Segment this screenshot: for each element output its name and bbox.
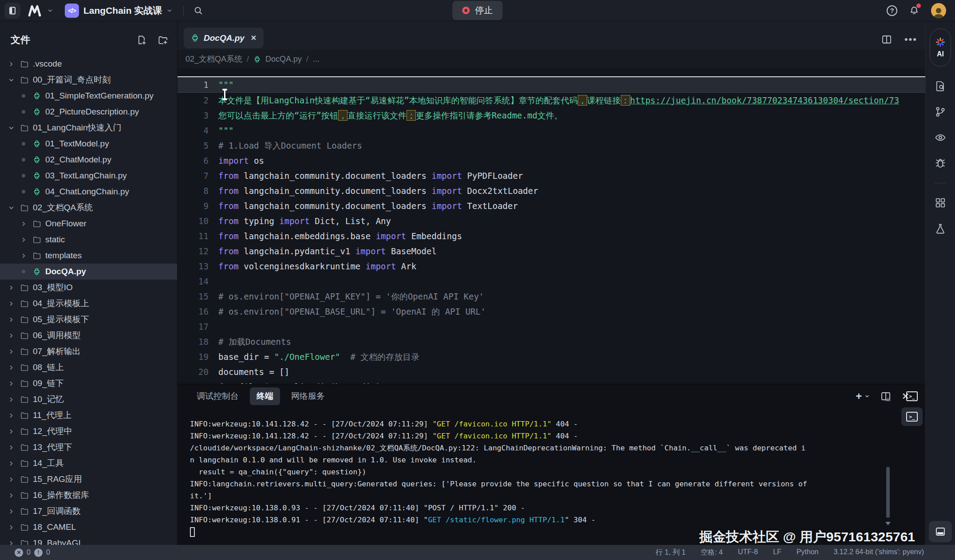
tree-item[interactable]: 17_回调函数	[0, 503, 177, 519]
code-line[interactable]: 13from volcenginesdkarkruntime import Ar…	[178, 259, 925, 274]
tree-item[interactable]: OneFlower	[0, 216, 177, 232]
warnings-icon[interactable]: !	[34, 548, 43, 557]
errors-icon[interactable]: ✕	[15, 548, 23, 557]
source-control-button[interactable]	[934, 106, 947, 118]
code-line[interactable]: 18# 加载Documents	[178, 334, 925, 349]
new-file-button[interactable]	[136, 35, 147, 45]
breadcrumb-more[interactable]: ...	[313, 55, 320, 64]
terminal-instance-button[interactable]: >_	[901, 387, 923, 406]
tree-item[interactable]: 06_调用模型	[0, 327, 177, 343]
status-segment[interactable]: UTF-8	[738, 548, 758, 557]
tree-item[interactable]: 04_提示模板上	[0, 296, 177, 312]
tree-item[interactable]: 01_LangChain快速入门	[0, 120, 177, 136]
status-segment[interactable]: 空格: 4	[701, 548, 723, 557]
warnings-count[interactable]: 0	[46, 548, 50, 556]
preview-button[interactable]	[934, 131, 947, 144]
status-segment[interactable]: LF	[773, 548, 781, 557]
tree-item[interactable]: templates	[0, 248, 177, 264]
status-segment[interactable]: Python	[797, 548, 819, 557]
tree-item[interactable]: 03_TextLangChain.py	[0, 168, 177, 184]
stop-button[interactable]: 停止	[453, 1, 503, 20]
terminal-output[interactable]: INFO:werkzeug:10.141.128.42 - - [27/Oct/…	[178, 408, 925, 538]
tree-item[interactable]: 11_代理上	[0, 407, 177, 423]
scroll-up-arrow[interactable]	[885, 398, 891, 401]
new-folder-button[interactable]	[158, 35, 168, 45]
tree-item[interactable]: 15_RAG应用	[0, 471, 177, 487]
code-editor[interactable]: 1"""2本文件是【用LangChain快速构建基于“易速鲜花”本地知识库的智能…	[178, 68, 925, 384]
tree-item[interactable]: 13_代理下	[0, 439, 177, 455]
code-line[interactable]: 2本文件是【用LangChain快速构建基于“易速鲜花”本地知识库的智能问答系统…	[178, 93, 925, 108]
tree-item[interactable]: .vscode	[0, 56, 177, 72]
code-line[interactable]: 10from typing import Dict, List, Any	[178, 213, 925, 229]
sidebar-toggle-button[interactable]	[4, 3, 20, 19]
tab-docqa[interactable]: DocQA.py ✕	[184, 28, 264, 48]
avatar[interactable]	[931, 3, 946, 18]
tree-item[interactable]: 02_PictureDescription.py	[0, 104, 177, 120]
code-line[interactable]: 15# os.environ["OPENAI_API_KEY"] = '你的Op…	[178, 289, 925, 304]
close-icon[interactable]: ✕	[251, 34, 257, 42]
breadcrumb-folder[interactable]: 02_文档QA系统	[185, 54, 242, 64]
chevron-down-icon[interactable]	[47, 8, 53, 14]
tree-item[interactable]: 07_解析输出	[0, 343, 177, 359]
experiments-button[interactable]	[934, 222, 947, 235]
scrollbar-thumb[interactable]	[886, 467, 890, 518]
help-icon[interactable]: ?	[887, 5, 897, 16]
status-segment[interactable]: 3.12.2 64-bit ('shims': pyenv)	[833, 548, 924, 557]
tree-item[interactable]: 09_链下	[0, 375, 177, 391]
code-line[interactable]: 5# 1.Load 导入Document Loaders	[178, 138, 925, 153]
scroll-down-arrow[interactable]	[885, 522, 891, 525]
status-segment[interactable]: 行 1, 列 1	[655, 548, 686, 557]
breadcrumb[interactable]: 02_文档QA系统 / DocQA.py / ...	[178, 50, 925, 68]
breadcrumb-file[interactable]: DocQA.py	[265, 55, 302, 64]
project-switcher[interactable]: </> LangChain 实战课	[65, 4, 173, 18]
errors-count[interactable]: 0	[27, 548, 31, 556]
tree-item[interactable]: 02_ChatModel.py	[0, 152, 177, 168]
tree-item[interactable]: 01_SimpleTextGeneration.py	[0, 88, 177, 104]
code-line[interactable]: 19base_dir = "./OneFlower" # 文档的存放目录	[178, 349, 925, 364]
tree-item[interactable]: DocQA.py	[0, 264, 177, 280]
tree-item[interactable]: 08_链上	[0, 359, 177, 375]
search-button[interactable]	[193, 6, 203, 16]
ai-assistant-button[interactable]: AI	[930, 28, 951, 67]
code-line[interactable]: 17	[178, 319, 925, 334]
tree-item[interactable]: 10_记忆	[0, 391, 177, 407]
tree-item[interactable]: 00_开篇词_奇点时刻	[0, 72, 177, 88]
more-actions-button[interactable]: •••	[904, 37, 917, 42]
panel-tab-inactive[interactable]: 调试控制台	[190, 387, 245, 405]
split-editor-button[interactable]	[881, 35, 892, 44]
terminal-scrollbar[interactable]	[885, 398, 891, 525]
tree-item[interactable]: 02_文档QA系统	[0, 200, 177, 216]
code-line[interactable]: 8from langchain_community.document_loade…	[178, 183, 925, 198]
code-line[interactable]: 11from langchain.embeddings.base import …	[178, 229, 925, 244]
toggle-panel-button[interactable]	[929, 521, 952, 542]
code-line[interactable]: 12from langchain.pydantic_v1 import Base…	[178, 244, 925, 259]
tree-item[interactable]: 05_提示模板下	[0, 312, 177, 327]
code-line[interactable]: 6import os	[178, 153, 925, 168]
new-terminal-button[interactable]: +	[856, 392, 870, 401]
code-line[interactable]: 20documents = []	[178, 364, 925, 379]
code-line[interactable]: 1"""	[178, 76, 925, 93]
code-line[interactable]: 14	[178, 274, 925, 289]
tree-item[interactable]: 04_ChatLongChain.py	[0, 184, 177, 200]
tree-item[interactable]: 19_BabyAGI	[0, 535, 177, 545]
code-line[interactable]: 3您可以点击最上方的“运行”按钮，直接运行该文件；更多操作指引请参考Readme…	[178, 108, 925, 123]
code-line[interactable]: 21for file in os.listdir(base_dir):	[178, 379, 925, 384]
tree-item[interactable]: 14_工具	[0, 455, 177, 471]
debug-button[interactable]	[934, 157, 947, 170]
panel-tab-inactive[interactable]: 网络服务	[284, 387, 331, 405]
tree-item[interactable]: 03_模型IO	[0, 280, 177, 296]
panel-tab-active[interactable]: 终端	[250, 387, 280, 405]
marscode-logo[interactable]	[28, 4, 43, 17]
file-search-button[interactable]	[934, 80, 947, 92]
code-line[interactable]: 7from langchain_community.document_loade…	[178, 168, 925, 183]
tree-item[interactable]: 16_操作数据库	[0, 487, 177, 503]
notifications-button[interactable]	[909, 5, 919, 16]
tree-item[interactable]: 18_CAMEL	[0, 519, 177, 535]
terminal-instance-button-active[interactable]: >_	[901, 407, 923, 426]
tree-item[interactable]: 12_代理中	[0, 423, 177, 439]
tree-item[interactable]: 01_TextModel.py	[0, 136, 177, 152]
tree-item[interactable]: static	[0, 232, 177, 248]
code-line[interactable]: 9from langchain_community.document_loade…	[178, 198, 925, 213]
code-line[interactable]: 16# os.environ["OPENAI_BASE_URL"] = 'Ope…	[178, 304, 925, 319]
extensions-button[interactable]	[934, 197, 947, 209]
